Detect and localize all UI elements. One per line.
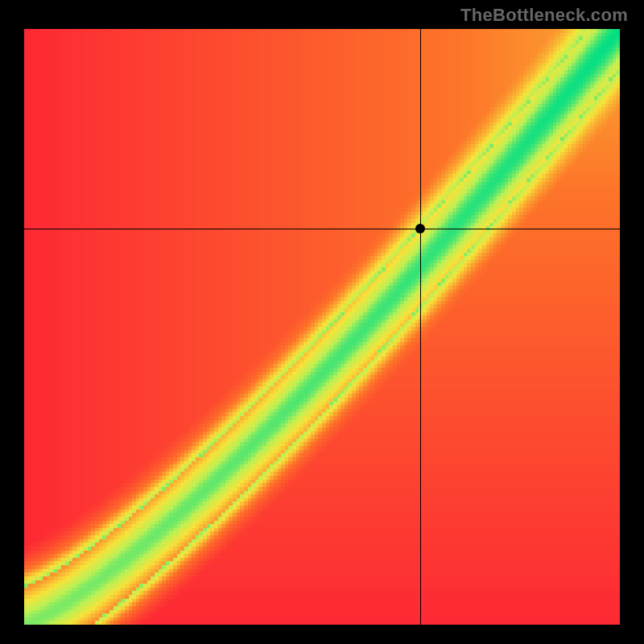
- heatmap-canvas: [24, 29, 620, 625]
- crosshair-vertical: [420, 29, 421, 625]
- chart-area: [24, 29, 620, 625]
- crosshair-horizontal: [24, 229, 620, 229]
- selection-marker: [415, 224, 425, 233]
- watermark-text: TheBottleneck.com: [460, 5, 628, 26]
- chart-frame: TheBottleneck.com: [0, 0, 644, 644]
